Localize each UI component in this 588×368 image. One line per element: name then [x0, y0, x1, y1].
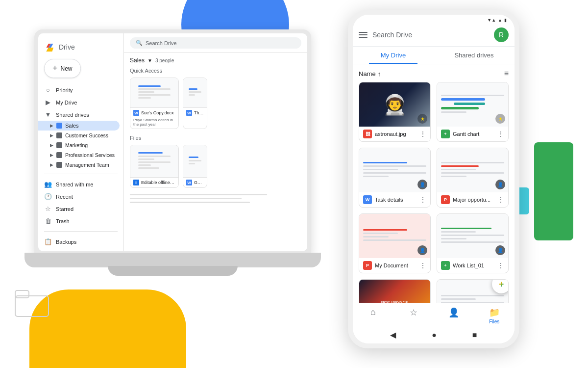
nav-item-home[interactable]: ⌂ — [353, 307, 393, 324]
file-card-google[interactable]: W Google — [183, 145, 207, 188]
phone-file-card-astronaut[interactable]: 👨‍🚀 ★ 🖼 astronaut.jpg ⋮ — [359, 82, 431, 142]
sidebar-item-shared-with-me[interactable]: 👥 Shared with me — [38, 178, 120, 190]
task-line-4 — [363, 172, 426, 174]
shared-badge-my-doc: 👤 — [417, 245, 427, 255]
gl2 — [189, 160, 201, 161]
user-avatar[interactable]: R — [494, 27, 509, 42]
sidebar-sub-item-sales[interactable]: ▶ Sales — [38, 121, 120, 131]
laptop-screen: Drive + New ○ Priority ▶ My Drive ▼ — [34, 29, 311, 255]
signal-icon: ▼▲ — [487, 18, 496, 23]
drive-search-bar[interactable]: 🔍 Search Drive — [130, 37, 301, 49]
file-card-preview-3 — [130, 145, 178, 177]
nav-item-files[interactable]: 📁 Files — [474, 307, 515, 324]
phone-bottom-bar: ◀ ● ■ — [353, 326, 514, 343]
new-button[interactable]: + New — [44, 59, 81, 78]
phone-file-card-plain[interactable]: W + — [437, 279, 509, 303]
my-doc-more-icon[interactable]: ⋮ — [419, 262, 426, 269]
astronaut-thumbnail: 👨‍🚀 ★ — [359, 82, 430, 127]
laptop-screen-inner: Drive + New ○ Priority ▶ My Drive ▼ — [38, 33, 307, 251]
sidebar-item-my-drive[interactable]: ▶ My Drive — [38, 96, 120, 108]
fl6 — [138, 167, 159, 169]
more-line-2 — [130, 198, 242, 199]
file-name-1: Sue's Copy.docx — [141, 110, 175, 115]
gantt-more-icon[interactable]: ⋮ — [497, 130, 504, 138]
gantt-bar-3 — [441, 107, 479, 109]
phone-file-card-major[interactable]: 👤 P Major opportu... ⋮ — [437, 148, 509, 208]
file-lines-1 — [135, 82, 173, 103]
hamburger-line-2 — [359, 34, 368, 35]
task-file-info: W Task details ⋮ — [359, 192, 430, 207]
task-thumbnail: 👤 — [359, 148, 430, 192]
cs-label: Customer Success — [65, 132, 108, 138]
file-card-partial[interactable]: W The... — [183, 78, 207, 129]
file-card-sues-copy[interactable]: W Sue's Copy.docx Priya Sharma edited in… — [130, 78, 179, 129]
sidebar-item-label-priority: Priority — [56, 87, 73, 93]
file-line-p2 — [189, 91, 201, 93]
phone-file-card-task[interactable]: 👤 W Task details ⋮ — [359, 148, 431, 208]
astronaut-more-icon[interactable]: ⋮ — [419, 130, 426, 138]
sidebar-item-starred[interactable]: ☆ Starred — [38, 203, 120, 215]
home-button[interactable]: ● — [432, 331, 437, 340]
chevron-down-icon: ▼ — [147, 58, 152, 63]
tab-my-drive-label: My Drive — [381, 52, 406, 59]
phone-file-card-tokyo[interactable]: Next Tokyo '18 P Next Tokyo '18 ⋮ — [359, 279, 431, 303]
phone-file-card-my-doc[interactable]: 👤 P My Document ⋮ — [359, 213, 431, 273]
gantt-bar-2 — [454, 103, 486, 105]
gantt-file-info: + Gantt chart ⋮ — [437, 127, 508, 141]
file-line-3 — [138, 91, 154, 93]
task-line-1 — [363, 162, 407, 163]
major-more-icon[interactable]: ⋮ — [497, 196, 504, 204]
more-line-1 — [130, 194, 267, 195]
drive-main-content: 🔍 Search Drive Sales ▼ 3 people Quick Ac… — [124, 33, 307, 251]
phone-file-card-work-list[interactable]: 👤 + Work List_01 ⋮ — [437, 213, 509, 273]
gantt-line-2 — [441, 111, 466, 113]
view-toggle-icon[interactable]: ≡ — [504, 69, 509, 78]
trash-label: Trash — [56, 218, 70, 224]
sidebar-item-recent[interactable]: 🕐 Recent — [38, 190, 120, 203]
hamburger-menu-button[interactable] — [359, 32, 368, 38]
task-more-icon[interactable]: ⋮ — [419, 196, 426, 204]
sales-label: Sales — [65, 123, 79, 129]
file-card-footer-4: W Google — [183, 177, 207, 187]
ps-folder-icon — [56, 152, 62, 158]
sidebar-item-backups[interactable]: 📋 Backups — [38, 236, 120, 248]
tokyo-label: Next Tokyo '18 — [381, 300, 409, 303]
phone-file-card-gantt[interactable]: ★ + Gantt chart ⋮ — [437, 82, 509, 142]
ps-chevron-icon: ▶ — [50, 153, 53, 158]
back-button[interactable]: ◀ — [390, 330, 396, 340]
recents-button[interactable]: ■ — [472, 331, 477, 340]
file-card-editable[interactable]: ≡ Editable offline docu... — [130, 145, 179, 188]
drive-logo: Drive — [38, 39, 123, 59]
astronaut-figure: 👨‍🚀 — [383, 93, 407, 116]
quick-access-grid: W Sue's Copy.docx Priya Sharma edited in… — [124, 76, 307, 133]
sidebar-sub-item-professional-services[interactable]: ▶ Professional Services — [38, 150, 123, 160]
phone-search-input[interactable]: Search Drive — [372, 31, 489, 39]
fl1 — [138, 152, 163, 154]
shared-with-me-label: Shared with me — [56, 182, 93, 187]
my-doc-file-info: P My Document ⋮ — [359, 258, 430, 273]
my-doc-line-4 — [363, 239, 426, 241]
tab-shared-drives[interactable]: Shared drives — [434, 47, 514, 64]
sort-label[interactable]: Name ↑ — [359, 70, 381, 78]
sidebar-sub-item-marketing[interactable]: ▶ Marketing — [38, 140, 123, 150]
sidebar-item-trash[interactable]: 🗑 Trash — [38, 215, 120, 227]
fl2 — [138, 156, 171, 157]
nav-item-starred[interactable]: ☆ — [393, 307, 434, 324]
sidebar-item-label-shared-drives: Shared drives — [56, 112, 89, 118]
shared-badge-work-list: 👤 — [495, 245, 505, 255]
phone-search-placeholder: Search Drive — [372, 31, 412, 39]
sidebar-sub-item-management-team[interactable]: ▶ Management Team — [38, 160, 123, 170]
work-list-more-icon[interactable]: ⋮ — [497, 262, 504, 269]
sidebar-item-shared-drives[interactable]: ▼ Shared drives — [38, 108, 120, 121]
sidebar-item-priority[interactable]: ○ Priority — [38, 84, 120, 96]
phone-file-grid: 👨‍🚀 ★ 🖼 astronaut.jpg ⋮ — [359, 82, 509, 303]
plain-line-3 — [441, 302, 504, 303]
drive-logo-icon — [44, 41, 56, 53]
tab-my-drive[interactable]: My Drive — [353, 47, 434, 64]
major-line-3 — [441, 169, 476, 170]
sidebar-sub-item-customer-success[interactable]: ▶ Customer Success — [38, 131, 123, 140]
nav-item-shared[interactable]: 👤 — [434, 307, 474, 324]
fl5 — [138, 164, 151, 166]
tokyo-thumbnail: Next Tokyo '18 — [359, 280, 430, 303]
hamburger-line-3 — [359, 37, 368, 38]
